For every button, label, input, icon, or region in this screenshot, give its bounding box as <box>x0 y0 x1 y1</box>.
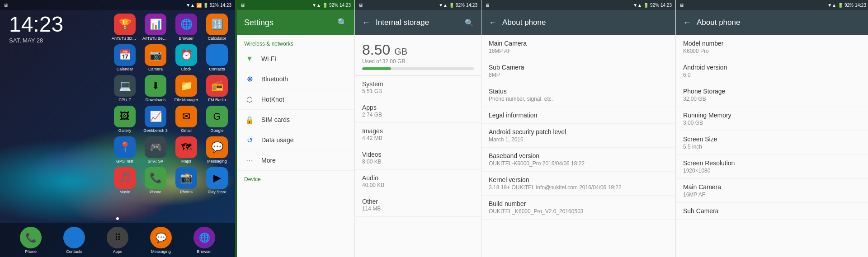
dock-icon-wrap: 💬 <box>150 227 172 248</box>
about2-scroll[interactable]: Model number K6000 Pro Android version 6… <box>676 35 868 257</box>
about1-item-label: Build number <box>489 200 668 207</box>
storage-search-icon[interactable]: 🔍 <box>465 19 474 27</box>
app-icon-downloads[interactable]: ⬇ Downloads <box>142 75 169 102</box>
about1-scroll[interactable]: Main Camera 16MP AF Sub Camera 8MP Statu… <box>481 35 675 257</box>
dock-icon-messaging[interactable]: 💬 Messaging <box>150 227 172 254</box>
storage-item-other[interactable]: Other 114 MB <box>355 193 481 217</box>
app-icon-messaging[interactable]: 💬 Messaging <box>203 136 231 164</box>
about-phone-panel-right: 🖥 ▼▲ 🔋 92% 14:23 ← About phone Model num… <box>675 0 868 257</box>
app-icon-browser[interactable]: 🌐 Browser <box>173 14 200 41</box>
home-dock: 📞 Phone 👤 Contacts ⠿ Apps 💬 Messaging 🌐 … <box>0 223 235 257</box>
dock-icon-apps[interactable]: ⠿ Apps <box>107 227 128 254</box>
settings-item-data-usage[interactable]: ↺ Data usage <box>237 130 354 150</box>
app-icon-label: Contacts <box>209 67 225 71</box>
app-icon-contacts[interactable]: 👤 Contacts <box>203 44 231 71</box>
about2-item-value: 5.5 inch <box>683 144 863 150</box>
settings-item-hotknot[interactable]: ⬡ HotKnot <box>237 89 354 110</box>
storage-used-num: 8.50 <box>362 42 390 58</box>
app-icon-gallery[interactable]: 🖼 Gallery <box>111 106 138 133</box>
app-icon-gps-test[interactable]: 📍 GPS Test <box>111 136 138 164</box>
about2-header: ← About phone <box>676 10 868 35</box>
settings-item-icon: ↺ <box>244 135 255 145</box>
about1-item-baseband-version: Baseband version OUKITEL-K6000_Pro 2016/… <box>481 148 675 172</box>
app-icon-antutu-bench--[interactable]: 📊 AnTuTu Bench.. <box>142 14 169 41</box>
storage-item-images[interactable]: Images 4.42 MB <box>355 123 481 146</box>
app-icon-phone[interactable]: 📞 Phone <box>142 167 169 194</box>
settings-item-bluetooth[interactable]: ❋ Bluetooth <box>237 69 354 89</box>
about1-back-icon[interactable]: ← <box>489 18 497 28</box>
about2-item-screen-size: Screen Size 5.5 inch <box>676 131 868 155</box>
about1-header: ← About phone <box>481 10 675 35</box>
app-icon-music[interactable]: 🎵 Music <box>111 167 138 194</box>
dock-icon-wrap: 📞 <box>20 227 42 248</box>
app-icon-label: Phone <box>150 190 161 194</box>
app-icon-antutu-3dben--[interactable]: 🏆 AnTuTu 3DBen.. <box>111 14 138 41</box>
app-icon-calendar[interactable]: 📅 Calendar <box>111 44 138 71</box>
dock-icon-wrap: 🌐 <box>193 227 215 248</box>
app-icon-label: FM Radio <box>208 98 226 102</box>
about2-item-label: Sub Camera <box>683 207 863 215</box>
app-icon-wrap: ▶ <box>206 167 228 189</box>
storage-item-system[interactable]: System 5.51 GB <box>355 76 481 99</box>
app-icon-gta--sa[interactable]: 🎮 GTA: SA <box>142 136 169 164</box>
app-icon-wrap: 🏆 <box>114 14 136 35</box>
app-icon-label: AnTuTu 3DBen.. <box>112 36 138 41</box>
app-icon-play-store[interactable]: ▶ Play Store <box>203 167 231 194</box>
settings-item-wi-fi[interactable]: ▼ Wi-Fi <box>237 49 354 69</box>
settings-status-bar: 🖥 ▼▲ 🔋 92% 14:23 <box>237 0 354 10</box>
app-icon-clock[interactable]: ⏰ Clock <box>173 44 200 71</box>
settings-item-sim-cards[interactable]: 🔒 SIM cards <box>237 110 354 130</box>
battery-icon: 🔋 <box>203 3 208 8</box>
settings-item-icon: ⬡ <box>244 94 255 105</box>
storage-item-info: Videos 8.00 KB <box>362 151 382 165</box>
storage-item-size: 4.42 MB <box>362 135 383 141</box>
storage-items: System 5.51 GB Apps 2.74 GB Images 4.42 … <box>355 76 481 217</box>
app-icon-wrap: 📞 <box>145 167 166 189</box>
app-icon-file-manager[interactable]: 📁 File Manager <box>173 75 200 102</box>
settings-scroll[interactable]: Wireless & networks ▼ Wi-Fi ❋ Bluetooth … <box>237 35 354 257</box>
settings-item-more[interactable]: ⋯ More <box>237 150 354 171</box>
page-dot-indicator <box>116 214 119 222</box>
app-icon-photos[interactable]: 📸 Photos <box>173 167 200 194</box>
app-icon-camera[interactable]: 📷 Camera <box>142 44 169 71</box>
storage-total-section: 8.50 GB Used of 32.00 GB <box>355 35 481 76</box>
storage-item-apps[interactable]: Apps 2.74 GB <box>355 99 481 123</box>
about1-status-icons: ▼▲ 🔋 92% 14:23 <box>633 3 672 8</box>
storage-item-audio[interactable]: Audio 40.00 KB <box>355 170 481 193</box>
about2-item-main-camera: Main Camera 16MP AF <box>676 179 868 203</box>
settings-item-label: More <box>261 157 276 164</box>
app-icon-calculator[interactable]: 🔢 Calculator <box>203 14 231 41</box>
about1-item-value: OUKITEL-K6000_Pro 2016/04/06 18:22 <box>489 160 668 167</box>
s-battery-icon: 🔋 <box>322 3 328 8</box>
about2-back-icon[interactable]: ← <box>683 18 691 28</box>
clock-date: SAT, MAY 28 <box>9 37 63 44</box>
battery-pct: 92% <box>210 3 219 8</box>
dock-icon-phone[interactable]: 📞 Phone <box>20 227 42 254</box>
dock-icon-contacts[interactable]: 👤 Contacts <box>63 227 85 254</box>
app-icon-fm-radio[interactable]: 📻 FM Radio <box>203 75 231 102</box>
settings-item-label: HotKnot <box>261 96 284 103</box>
page-dot <box>116 217 119 220</box>
app-icon-label: CPU-Z <box>118 98 131 102</box>
app-icon-google[interactable]: G Google <box>203 106 231 133</box>
search-icon[interactable]: 🔍 <box>337 18 347 28</box>
dock-icon-browser[interactable]: 🌐 Browser <box>193 227 215 254</box>
app-icon-wrap: 📁 <box>175 75 197 97</box>
storage-back-icon[interactable]: ← <box>362 18 370 28</box>
app-icon-maps[interactable]: 🗺 Maps <box>173 136 200 164</box>
app-icon-wrap: 💬 <box>206 136 228 158</box>
storage-bar-fill <box>362 67 391 70</box>
app-icon-wrap: 🔢 <box>206 14 228 35</box>
app-icon-label: Gmail <box>181 128 192 133</box>
app-icon-gmail[interactable]: ✉ Gmail <box>173 106 200 133</box>
about1-item-status: Status Phone number, signal, etc. <box>481 83 675 107</box>
about2-item-label: Main Camera <box>683 183 863 191</box>
about1-item-label: Kernel version <box>489 176 668 183</box>
storage-item-videos[interactable]: Videos 8.00 KB <box>355 146 481 170</box>
storage-scroll[interactable]: 8.50 GB Used of 32.00 GB System 5.51 GB … <box>355 35 481 257</box>
app-icon-geekbench-3[interactable]: 📈 Geekbench 3 <box>142 106 169 133</box>
app-icon-cpu-z[interactable]: 💻 CPU-Z <box>111 75 138 102</box>
dock-icon-label: Phone <box>25 249 37 254</box>
about1-item-value: OUKITEL_K6000_Pro_V2.0_20160503 <box>489 208 668 215</box>
app-icon-wrap: 🎮 <box>145 136 166 158</box>
